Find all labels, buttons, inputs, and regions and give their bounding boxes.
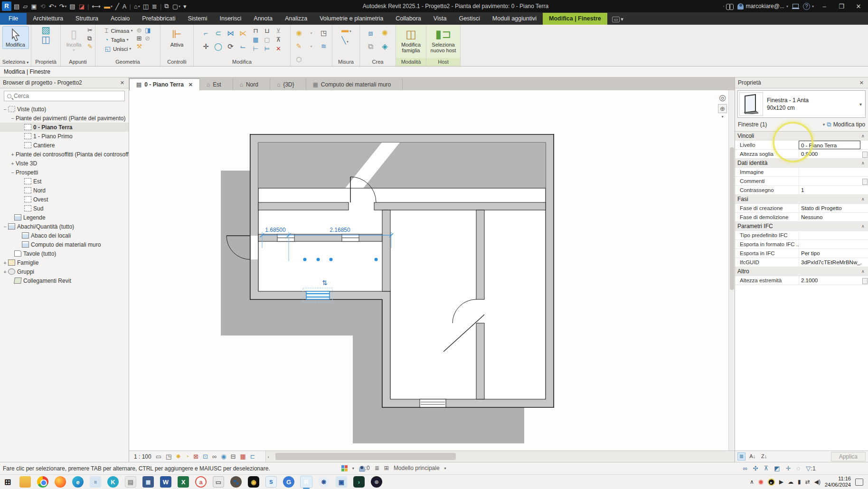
measure-between-refs-button[interactable]: ╲▾: [340, 37, 351, 44]
zoom-icon[interactable]: ⊕: [718, 104, 727, 113]
print-icon[interactable]: ▤: [68, 1, 77, 11]
project-browser-close-icon[interactable]: ✕: [119, 80, 126, 86]
cut-geometry-button[interactable]: ◔Taglia▾: [104, 35, 133, 44]
browser-tree-item[interactable]: + Gruppi: [0, 267, 129, 276]
reveal-hidden-elements-icon[interactable]: ◉: [221, 453, 226, 460]
a-app-icon[interactable]: a: [195, 476, 207, 488]
qat-divider[interactable]: |: [128, 1, 132, 11]
trim-extend-multiple-icon[interactable]: ⊨: [264, 45, 271, 53]
demolish-icon[interactable]: ⊘: [144, 34, 151, 42]
join-geometry-button[interactable]: ◱Unisci▾: [104, 44, 133, 53]
user-account-menu[interactable]: marcokiare@... ▾: [737, 3, 788, 10]
property-value[interactable]: 3dPxId7cTEtReMrBNw_...: [799, 258, 861, 267]
show-crop-region-icon[interactable]: ⊡: [203, 453, 208, 460]
browser-tree-item[interactable]: Est: [0, 177, 129, 186]
threshold-opening[interactable]: [420, 399, 446, 407]
properties-header[interactable]: Proprietà ✕: [735, 77, 868, 88]
property-row[interactable]: Altezza soglia 0.9000: [735, 150, 868, 159]
move-icon[interactable]: ✛: [202, 42, 210, 50]
tree-expand-toggle[interactable]: −: [2, 106, 8, 112]
navbar-options-icon[interactable]: ▾: [722, 115, 724, 119]
word-icon[interactable]: W: [160, 476, 171, 488]
transfer-standards-icon[interactable]: ◪: [77, 1, 86, 11]
tree-expand-toggle[interactable]: +: [9, 161, 16, 166]
reveal-constraints-icon[interactable]: ⊏: [250, 453, 255, 460]
tree-expand-toggle[interactable]: −: [9, 115, 16, 121]
browser-tree-item[interactable]: + Viste 3D: [0, 159, 129, 168]
property-row[interactable]: Vincoli ∧: [735, 132, 868, 141]
properties-close-icon[interactable]: ✕: [858, 80, 865, 86]
property-row[interactable]: Altro ∧: [735, 267, 868, 276]
crop-view-icon[interactable]: ⊠: [193, 453, 198, 460]
visual-style-icon[interactable]: ◳: [166, 453, 171, 460]
edit-type-button[interactable]: ⧉ Modifica tipo: [827, 121, 865, 128]
property-value[interactable]: Stato di Progetto: [799, 204, 861, 212]
sync-app-icon[interactable]: S: [265, 476, 277, 488]
browser-tree-item[interactable]: Sud: [0, 204, 129, 213]
browser-tree-item[interactable]: − Viste (tutto): [0, 105, 129, 114]
browser-tree-item[interactable]: Cantiere: [0, 141, 129, 150]
browser-tree-item[interactable]: 0 - Piano Terra: [0, 123, 129, 132]
property-row[interactable]: Fasi ∧: [735, 195, 868, 204]
property-value[interactable]: Per tipo: [799, 249, 861, 258]
search-icon[interactable]: ‹: [723, 4, 734, 9]
property-row[interactable]: Immagine: [735, 168, 868, 177]
browser-tree-item[interactable]: Legende: [0, 213, 129, 222]
pick-new-host-button[interactable]: ▮⊐ Seleziona nuovo host: [428, 26, 459, 55]
copy-monitor-icon[interactable]: ⧉: [163, 1, 170, 11]
property-row[interactable]: Esporta in IFC Per tipo: [735, 249, 868, 258]
k-app-icon[interactable]: K: [107, 476, 119, 488]
text-icon[interactable]: A: [121, 1, 129, 11]
restore-button[interactable]: ❐: [835, 3, 848, 10]
reveal-hidden-icon[interactable]: ◉: [295, 29, 302, 37]
browser-tree-item[interactable]: Nord: [0, 186, 129, 195]
detail-level-icon[interactable]: ▭: [156, 453, 161, 460]
browser-tree-item[interactable]: + Piante dei controsoffitti (Pianta dei …: [0, 150, 129, 159]
background-processes-icon[interactable]: ◌: [796, 465, 800, 472]
view-tab-computo[interactable]: ▦ Computo dei materiali muro: [306, 78, 403, 90]
ribbon-tab[interactable]: Vista: [427, 13, 453, 25]
ribbon-tab[interactable]: Gestisci: [453, 13, 486, 25]
edge-icon[interactable]: e: [72, 476, 84, 488]
browser-tree-item[interactable]: 1 - Piano Primo: [0, 132, 129, 141]
property-value[interactable]: [799, 240, 861, 249]
browser-tree-item[interactable]: Collegamenti Revit: [0, 276, 129, 285]
type-properties-icon[interactable]: ◫: [40, 36, 51, 44]
file-explorer-icon[interactable]: [19, 476, 31, 488]
property-row[interactable]: Tipo predefinito IFC: [735, 231, 868, 240]
help-menu[interactable]: ?▾: [803, 3, 814, 10]
ribbon-tab[interactable]: Struttura: [69, 13, 104, 25]
qat-divider[interactable]: |: [86, 1, 90, 11]
terminal-icon[interactable]: ›: [353, 476, 365, 488]
onedrive-icon[interactable]: ☁: [788, 479, 793, 485]
sun-path-icon[interactable]: ✸: [176, 453, 181, 460]
ribbon-tab[interactable]: Modifica | Finestre: [543, 13, 607, 25]
ribbon-tab[interactable]: Sistemi: [182, 13, 214, 25]
selected-window[interactable]: [306, 291, 330, 299]
element-filter[interactable]: Finestre (1): [738, 121, 767, 128]
browser-tree-item[interactable]: − Prospetti: [0, 168, 129, 177]
type-selector[interactable]: Finestra - 1 Anta 90x120 cm ▾: [737, 90, 866, 118]
monitor-app-icon[interactable]: ▭: [213, 476, 224, 488]
steering-wheel-icon[interactable]: ◎: [719, 93, 726, 103]
design-option-selector[interactable]: Modello principale: [394, 465, 440, 471]
property-value[interactable]: 0 - Piano Terra: [799, 141, 860, 149]
interior-wall[interactable]: [374, 202, 546, 210]
view-tab-3d[interactable]: ⌂ {3D}: [270, 78, 306, 90]
apply-button[interactable]: Applica: [831, 452, 866, 461]
property-row[interactable]: Fase di creazione Stato di Progetto: [735, 204, 868, 213]
system-info-icon[interactable]: ≡: [90, 476, 101, 488]
property-value[interactable]: Nessuno: [799, 213, 861, 221]
recording-indicator-icon[interactable]: [758, 479, 764, 485]
unpin-icon[interactable]: ⊻: [275, 27, 282, 35]
open-icon[interactable]: ▱: [21, 1, 29, 11]
wall-joins-icon[interactable]: ⊜: [135, 26, 143, 34]
taskbar-clock[interactable]: 11:16 24/06/2024: [825, 476, 851, 488]
ruler-icon[interactable]: ▬▾: [103, 1, 114, 11]
ribbon-tab[interactable]: Acciaio: [104, 13, 136, 25]
interior-wall[interactable]: [476, 323, 484, 399]
linework-brush-icon[interactable]: ✎: [295, 42, 303, 50]
section-collapse-icon[interactable]: ∧: [861, 224, 868, 229]
browser-search-input[interactable]: [14, 93, 122, 99]
create-parts-icon[interactable]: ⧉: [367, 42, 374, 50]
